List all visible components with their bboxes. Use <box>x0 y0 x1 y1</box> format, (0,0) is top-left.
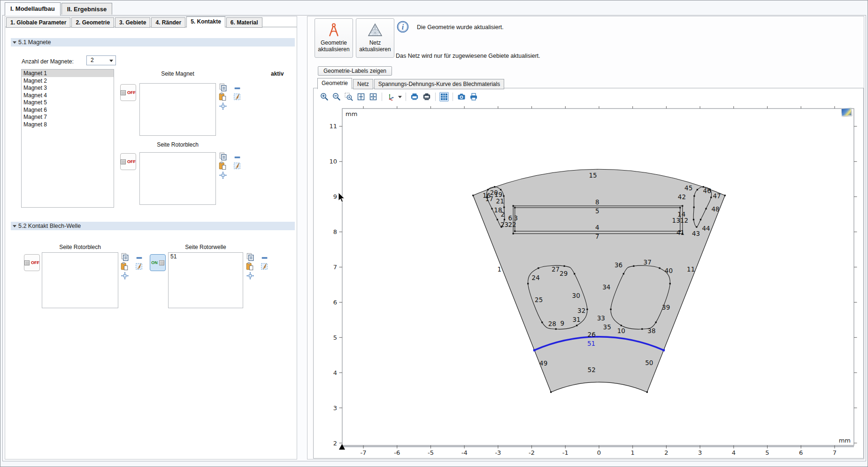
subtab-globale-parameter[interactable]: 1. Globale Parameter <box>6 17 70 28</box>
list-item[interactable]: Magnet 7 <box>22 113 114 121</box>
svg-text:17: 17 <box>485 195 493 202</box>
remove-icon[interactable] <box>261 254 269 262</box>
svg-text:36: 36 <box>615 261 622 269</box>
svg-text:4: 4 <box>732 449 736 456</box>
zoom-in-icon[interactable] <box>320 92 329 101</box>
subtab-bar: 1. Globale Parameter 2. Geometrie 3. Geb… <box>6 16 263 28</box>
fit-view-icon[interactable] <box>369 92 378 101</box>
svg-text:-3: -3 <box>495 449 501 456</box>
subtab-material[interactable]: 6. Material <box>226 17 262 28</box>
paste-icon[interactable] <box>120 262 129 271</box>
export-image-icon[interactable] <box>422 92 431 101</box>
center-view-icon[interactable] <box>356 92 366 101</box>
svg-text:35: 35 <box>603 323 611 331</box>
move-selection-icon[interactable] <box>219 102 227 110</box>
subtab-raender[interactable]: 4. Ränder <box>151 17 185 28</box>
seite-rotorblech-listbox[interactable] <box>139 152 216 205</box>
compass-icon <box>326 22 342 38</box>
update-geometry-button[interactable]: Geometrie aktualisieren <box>315 18 353 58</box>
svg-text:37: 37 <box>644 258 652 266</box>
move-selection-icon[interactable] <box>246 272 254 280</box>
section-header-magnete[interactable]: 5.1 Magnete <box>11 38 295 47</box>
toggle-state-label: OFF <box>127 90 136 95</box>
tab-modellaufbau[interactable]: I. Modellaufbau <box>5 2 61 16</box>
kontakt-rotorblech-listbox[interactable] <box>42 252 118 308</box>
update-mesh-button[interactable]: Netz aktualisieren <box>356 18 394 58</box>
remove-icon[interactable] <box>233 84 242 93</box>
svg-text:42: 42 <box>678 193 686 201</box>
view-tab-spannungs-dehnungs-kurve[interactable]: Spannungs-Dehnungs-Kurve des Blechmateri… <box>374 79 504 89</box>
move-selection-icon[interactable] <box>219 171 227 179</box>
clear-selection-icon[interactable] <box>233 162 241 170</box>
print-icon[interactable] <box>469 92 478 101</box>
remove-icon[interactable] <box>135 254 144 262</box>
show-geometry-labels-button[interactable]: Geometrie-Labels zeigen <box>318 66 392 76</box>
toggle-kontakt-rotorwelle[interactable]: ON <box>150 254 166 271</box>
list-item[interactable]: Magnet 5 <box>22 99 114 106</box>
svg-text:-6: -6 <box>394 449 400 456</box>
list-item[interactable]: Magnet 2 <box>22 77 114 85</box>
toggle-knob <box>159 260 164 265</box>
group-title-seite-rotorblech: Seite Rotorblech <box>139 141 216 148</box>
svg-text:7: 7 <box>595 233 599 240</box>
clear-selection-icon[interactable] <box>260 262 269 271</box>
paste-icon[interactable] <box>218 93 227 101</box>
toggle-seite-rotorblech[interactable]: OFF <box>120 153 136 170</box>
svg-text:50: 50 <box>645 359 653 366</box>
toggle-seite-magnet[interactable]: OFF <box>120 84 136 101</box>
seite-magnet-listbox[interactable] <box>139 83 216 136</box>
list-item[interactable]: Magnet 4 <box>22 92 114 99</box>
toggle-kontakt-rotorblech[interactable]: OFF <box>24 254 40 271</box>
toolbar-separator <box>382 93 382 101</box>
svg-text:1: 1 <box>631 449 635 456</box>
zoom-box-icon[interactable] <box>344 92 353 101</box>
mesh-icon <box>367 22 383 38</box>
tab-ergebnisse[interactable]: II. Ergebnisse <box>61 3 113 15</box>
subtab-kontakte[interactable]: 5. Kontakte <box>186 16 225 28</box>
copy-icon[interactable] <box>219 83 227 92</box>
svg-text:9: 9 <box>333 193 337 200</box>
svg-text:10: 10 <box>329 158 337 165</box>
subtab-geometrie[interactable]: 2. Geometrie <box>71 17 114 28</box>
anzahl-dropdown[interactable]: 2 <box>86 55 116 65</box>
svg-text:4: 4 <box>595 224 599 231</box>
svg-text:29: 29 <box>560 270 568 277</box>
view-tab-geometrie[interactable]: Geometrie <box>317 78 352 89</box>
svg-text:52: 52 <box>588 366 596 374</box>
grid-icon[interactable] <box>439 92 449 101</box>
paste-icon[interactable] <box>218 162 227 170</box>
view-tab-bar: Geometrie Netz Spannungs-Dehnungs-Kurve … <box>317 78 505 89</box>
clear-selection-icon[interactable] <box>135 262 143 271</box>
remove-icon[interactable] <box>233 153 242 162</box>
copy-icon[interactable] <box>246 253 254 261</box>
view-tab-netz[interactable]: Netz <box>353 79 373 89</box>
svg-text:24: 24 <box>532 274 540 281</box>
plot-thumbnail-icon[interactable] <box>841 108 852 116</box>
paste-icon[interactable] <box>246 262 254 271</box>
move-selection-icon[interactable] <box>121 272 129 280</box>
dropdown-caret-icon[interactable] <box>398 96 402 98</box>
collapse-triangle-icon <box>13 225 16 227</box>
list-item[interactable]: Magnet 1 <box>22 70 114 77</box>
view-orientation-icon[interactable] <box>386 92 395 101</box>
button-label-line: Netz <box>356 39 394 46</box>
camera-icon[interactable] <box>457 92 466 101</box>
section-header-kontakt[interactable]: 5.2 Kontakt Blech-Welle <box>11 222 295 230</box>
list-item[interactable]: Magnet 6 <box>22 106 114 114</box>
geometry-plot[interactable]: -7-6-5-4-3-2-101234567234567891011mmmm15… <box>324 106 867 463</box>
copy-icon[interactable] <box>121 253 129 261</box>
copy-icon[interactable] <box>219 152 227 161</box>
subtab-gebiete[interactable]: 3. Gebiete <box>115 17 150 28</box>
list-item[interactable]: Magnet 8 <box>22 121 114 128</box>
svg-text:9: 9 <box>561 319 565 327</box>
svg-text:3: 3 <box>333 405 337 412</box>
kontakt-rotorwelle-listbox[interactable]: 51 <box>168 252 243 308</box>
list-item[interactable]: 51 <box>169 253 243 260</box>
svg-text:1: 1 <box>498 265 502 273</box>
list-item[interactable]: Magnet 3 <box>22 84 114 92</box>
copy-image-icon[interactable] <box>410 92 419 101</box>
magnet-list[interactable]: Magnet 1Magnet 2Magnet 3Magnet 4Magnet 5… <box>21 69 114 208</box>
svg-text:-2: -2 <box>529 449 535 456</box>
clear-selection-icon[interactable] <box>233 93 241 101</box>
zoom-out-icon[interactable] <box>332 92 341 101</box>
